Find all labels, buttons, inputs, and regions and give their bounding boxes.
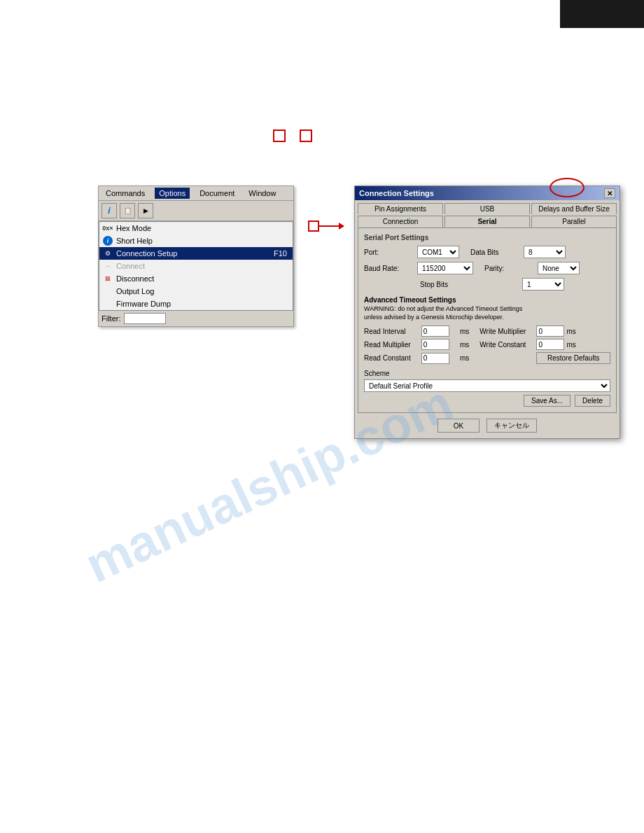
- arrow-connector: [308, 220, 340, 232]
- write-multiplier-input[interactable]: [536, 326, 564, 337]
- read-constant-label: Read Constant: [364, 354, 417, 362]
- timeout-grid: Read Interval ms Write Multiplier ms Rea…: [364, 326, 610, 364]
- baud-rate-label: Baud Rate:: [364, 265, 413, 272]
- tab-usb[interactable]: USB: [444, 203, 530, 214]
- short-help-icon: i: [102, 235, 113, 246]
- port-row: Port: COM1 Data Bits 8: [364, 246, 610, 258]
- connection-settings-dialog: Connection Settings ✕ Pin Assignments US…: [354, 186, 620, 439]
- dropdown-menu: 0x× Hex Mode i Short Help ⚙ Connection S…: [99, 221, 293, 311]
- toolbar-info-btn[interactable]: i: [102, 203, 117, 218]
- dialog-footer: OK キャンセル: [355, 413, 620, 438]
- main-content: Commands Options Document Window i 📋 ▶ 0…: [98, 186, 620, 439]
- toolbar: i 📋 ▶: [99, 201, 293, 221]
- delete-button[interactable]: Delete: [575, 395, 610, 407]
- read-interval-unit: ms: [460, 328, 475, 335]
- dialog-close-button[interactable]: ✕: [604, 188, 615, 198]
- write-constant-unit: ms: [566, 341, 575, 349]
- scheme-label: Scheme: [364, 370, 610, 377]
- read-multiplier-unit: ms: [460, 341, 475, 349]
- dialog-main-content: Serial Port Settings Port: COM1 Data Bit…: [358, 227, 617, 413]
- red-square-connector: [308, 220, 319, 232]
- menu-commands[interactable]: Commands: [102, 188, 149, 199]
- parity-select[interactable]: None: [538, 262, 580, 274]
- read-interval-label: Read Interval: [364, 328, 417, 335]
- port-label: Port:: [364, 248, 413, 256]
- advanced-label: Advanced Timeout Settings: [364, 296, 610, 304]
- read-multiplier-input[interactable]: [421, 339, 449, 350]
- dialog-tabs: Pin Assignments USB Delays and Buffer Si…: [355, 200, 620, 227]
- write-constant-label: Write Constant: [479, 341, 532, 349]
- ok-button[interactable]: OK: [438, 419, 479, 433]
- menu-document[interactable]: Document: [195, 188, 239, 199]
- cancel-button[interactable]: キャンセル: [486, 419, 537, 433]
- data-bits-select[interactable]: 8: [524, 246, 566, 258]
- menu-item-hex-mode[interactable]: 0x× Hex Mode: [99, 222, 293, 234]
- restore-defaults-button[interactable]: Restore Defaults: [536, 352, 610, 364]
- read-interval-input[interactable]: [421, 326, 449, 337]
- disconnect-icon: ⊠: [102, 273, 113, 284]
- scheme-select[interactable]: Default Serial Profile: [364, 379, 610, 392]
- filter-input[interactable]: [124, 313, 166, 324]
- menu-item-output-log[interactable]: Output Log: [99, 285, 293, 298]
- data-bits-label: Data Bits: [470, 248, 519, 256]
- connection-setup-icon: ⚙: [102, 248, 113, 259]
- square-indicator-2: [300, 130, 312, 142]
- stop-bits-select[interactable]: 1: [522, 278, 564, 290]
- advanced-timeout-section: Advanced Timeout Settings WARNING: do no…: [364, 296, 610, 364]
- read-constant-unit: ms: [460, 354, 475, 362]
- square-indicator-1: [273, 130, 286, 142]
- tab-connection[interactable]: Connection: [358, 216, 443, 227]
- port-select[interactable]: COM1: [417, 246, 459, 258]
- menu-bar: Commands Options Document Window: [99, 186, 293, 201]
- menu-item-connection-setup[interactable]: ⚙ Connection Setup F10: [99, 247, 293, 260]
- read-multiplier-label: Read Multiplier: [364, 341, 417, 349]
- toolbar-icon3[interactable]: ▶: [138, 203, 153, 218]
- write-multiplier-unit: ms: [566, 328, 575, 335]
- scheme-buttons: Save As... Delete: [364, 395, 610, 407]
- menu-item-short-help[interactable]: i Short Help: [99, 234, 293, 247]
- tab-parallel[interactable]: Parallel: [531, 216, 617, 227]
- stop-bits-row: Stop Bits 1: [364, 278, 610, 290]
- small-squares-indicator: [273, 130, 312, 142]
- menu-container: Commands Options Document Window i 📋 ▶ 0…: [98, 186, 294, 327]
- tab-delays-buffer[interactable]: Delays and Buffer Size: [531, 203, 617, 214]
- scheme-section: Scheme Default Serial Profile Save As...…: [364, 370, 610, 407]
- read-constant-input[interactable]: [421, 353, 449, 364]
- baud-rate-row: Baud Rate: 115200 Parity: None: [364, 262, 610, 274]
- connect-icon: ↔: [102, 260, 113, 272]
- red-oval-highlight: [550, 178, 584, 197]
- hex-mode-icon: 0x×: [102, 223, 113, 234]
- advanced-warning: WARNING: do not adjust the Advanced Time…: [364, 305, 610, 321]
- menu-item-firmware-dump[interactable]: Firmware Dump: [99, 298, 293, 310]
- dialog-title: Connection Settings: [359, 189, 434, 197]
- toolbar-icon2[interactable]: 📋: [120, 203, 135, 218]
- scheme-row: Default Serial Profile: [364, 379, 610, 392]
- filter-row: Filter:: [99, 311, 293, 326]
- arrow-line: [319, 225, 340, 227]
- stop-bits-label: Stop Bits: [420, 281, 469, 288]
- menu-options[interactable]: Options: [155, 188, 190, 199]
- menu-item-connect: ↔ Connect: [99, 260, 293, 272]
- save-as-button[interactable]: Save As...: [524, 395, 570, 407]
- tab-serial[interactable]: Serial: [444, 216, 530, 227]
- serial-port-section: Serial Port Settings Port: COM1 Data Bit…: [364, 234, 610, 290]
- parity-label: Parity:: [484, 265, 533, 272]
- tab-pin-assignments[interactable]: Pin Assignments: [358, 203, 443, 214]
- menu-item-disconnect[interactable]: ⊠ Disconnect: [99, 272, 293, 285]
- serial-port-section-label: Serial Port Settings: [364, 234, 610, 241]
- top-right-decoration: [560, 0, 644, 28]
- filter-label: Filter:: [102, 314, 121, 323]
- write-constant-input[interactable]: [536, 339, 564, 350]
- menu-window[interactable]: Window: [244, 188, 280, 199]
- baud-rate-select[interactable]: 115200: [417, 262, 473, 274]
- write-multiplier-label: Write Multiplier: [479, 328, 532, 335]
